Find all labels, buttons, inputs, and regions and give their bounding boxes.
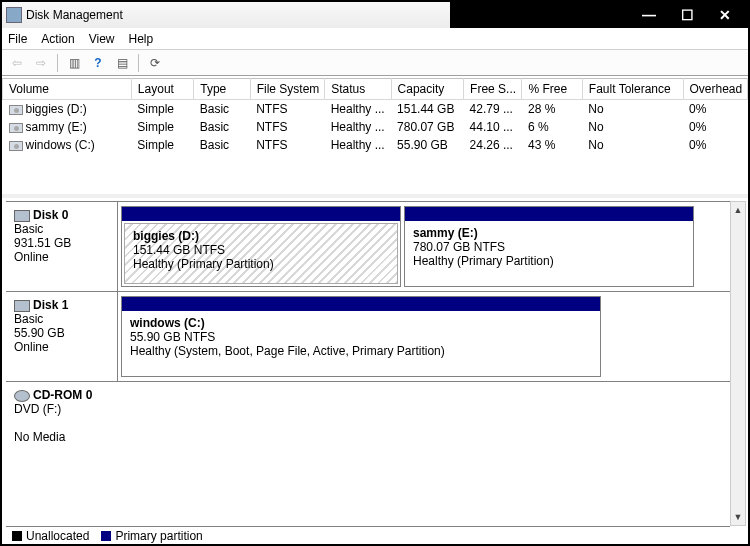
menu-action[interactable]: Action [41,32,74,46]
column-headers[interactable]: Volume Layout Type File System Status Ca… [3,79,748,100]
disk-info[interactable]: Disk 1 Basic 55.90 GB Online [6,292,118,381]
disk-icon [14,210,30,222]
disk-row: Disk 0 Basic 931.51 GB Online biggies (D… [6,201,730,291]
col-volume[interactable]: Volume [3,79,132,100]
disk-row: CD-ROM 0 DVD (F:) No Media [6,381,730,459]
menu-help[interactable]: Help [129,32,154,46]
minimize-button[interactable]: — [630,5,668,25]
maximize-button[interactable]: ☐ [668,5,706,25]
disk-row: Disk 1 Basic 55.90 GB Online windows (C:… [6,291,730,381]
scroll-up-icon[interactable]: ▲ [731,202,745,218]
scroll-down-icon[interactable]: ▼ [731,509,745,525]
legend: Unallocated Primary partition [6,526,730,544]
properties-button[interactable]: ▤ [111,52,133,74]
legend-unallocated-swatch [12,531,22,541]
cdrom-icon [14,390,30,402]
col-overhead[interactable]: Overhead [683,79,747,100]
col-fs[interactable]: File System [250,79,325,100]
menu-file[interactable]: File [8,32,27,46]
col-layout[interactable]: Layout [131,79,193,100]
disk-graph: Disk 0 Basic 931.51 GB Online biggies (D… [2,201,748,459]
partition-sammy[interactable]: sammy (E:) 780.07 GB NTFS Healthy (Prima… [404,206,694,287]
col-fault[interactable]: Fault Tolerance [582,79,683,100]
volume-row[interactable]: biggies (D:)SimpleBasicNTFSHealthy ...15… [3,100,748,119]
back-button: ⇦ [6,52,28,74]
volume-list: Volume Layout Type File System Status Ca… [2,78,748,198]
col-capacity[interactable]: Capacity [391,79,463,100]
partition-header [122,297,600,311]
volume-row[interactable]: windows (C:)SimpleBasicNTFSHealthy ...55… [3,136,748,154]
partition-biggies[interactable]: biggies (D:) 151.44 GB NTFS Healthy (Pri… [121,206,401,287]
partition-header [405,207,693,221]
legend-primary-swatch [101,531,111,541]
volume-row[interactable]: sammy (E:)SimpleBasicNTFSHealthy ...780.… [3,118,748,136]
menu-bar: File Action View Help [2,28,748,50]
col-type[interactable]: Type [194,79,250,100]
col-pctfree[interactable]: % Free [522,79,582,100]
window-title: Disk Management [26,8,123,22]
drive-icon [9,123,23,133]
drive-icon [9,105,23,115]
disk-info[interactable]: Disk 0 Basic 931.51 GB Online [6,202,118,291]
col-free[interactable]: Free S... [464,79,522,100]
disk-info[interactable]: CD-ROM 0 DVD (F:) No Media [6,382,118,459]
refresh-button[interactable]: ⟳ [144,52,166,74]
help-button[interactable]: ? [87,52,109,74]
close-button[interactable]: ✕ [706,5,744,25]
menu-view[interactable]: View [89,32,115,46]
drive-icon [9,141,23,151]
show-hide-button[interactable]: ▥ [63,52,85,74]
partition-header [122,207,400,221]
vertical-scrollbar[interactable]: ▲ ▼ [730,201,746,526]
disk-icon [14,300,30,312]
app-icon [6,7,22,23]
title-bar: Disk Management — ☐ ✕ [2,2,748,28]
col-status[interactable]: Status [325,79,391,100]
forward-button: ⇨ [30,52,52,74]
toolbar: ⇦ ⇨ ▥ ? ▤ ⟳ [2,50,748,76]
partition-windows[interactable]: windows (C:) 55.90 GB NTFS Healthy (Syst… [121,296,601,377]
